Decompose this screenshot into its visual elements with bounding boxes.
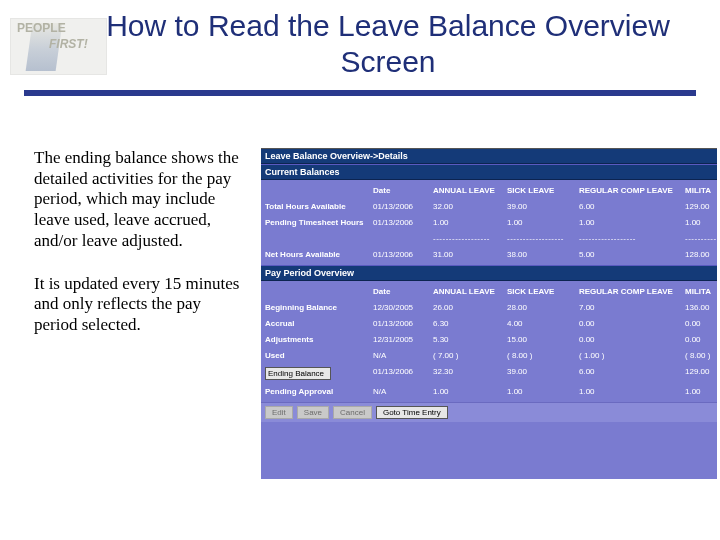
cell: 6.00 [579,202,685,211]
slide-title: How to Read the Leave Balance Overview S… [70,8,706,80]
pay-period-body: Date ANNUAL LEAVE SICK LEAVE REGULAR COM… [261,281,717,402]
cell: 1.00 [685,387,717,396]
row-ending-balance: Ending Balance [265,367,373,380]
cell: 1.00 [433,218,507,227]
slide: PEOPLE FIRST! How to Read the Leave Bala… [0,0,720,540]
col-annual: ANNUAL LEAVE [433,287,507,296]
cell: 7.00 [579,303,685,312]
section-current-balances: Current Balances [261,164,717,180]
cell: 12/30/2005 [373,303,433,312]
cell: N/A [373,351,433,360]
logo-text-people: PEOPLE [17,21,66,35]
row-total-hours: Total Hours Available [265,202,373,211]
cell: ------------------ [433,234,507,243]
cell: 0.00 [579,319,685,328]
cell: 01/13/2006 [373,367,433,380]
cell: 38.00 [507,250,579,259]
paragraph-1: The ending balance shows the detailed ac… [34,148,244,252]
row-beginning-balance: Beginning Balance [265,303,373,312]
col-milita: MILITA [685,186,717,195]
section-pay-period: Pay Period Overview [261,265,717,281]
col-milita: MILITA [685,287,717,296]
col-blank [265,287,373,296]
col-annual: ANNUAL LEAVE [433,186,507,195]
cell: 0.00 [685,319,717,328]
cell: 1.00 [579,387,685,396]
row-pending-timesheet: Pending Timesheet Hours [265,218,373,227]
cell: 0.00 [579,335,685,344]
row-pending-approval: Pending Approval [265,387,373,396]
cell: 5.00 [579,250,685,259]
cell: ------------------ [579,234,685,243]
cell: 6.30 [433,319,507,328]
cell [373,234,433,243]
col-date: Date [373,287,433,296]
cell: 1.00 [507,218,579,227]
cell: 26.00 [433,303,507,312]
save-button[interactable]: Save [297,406,329,419]
cell: ------------------ [685,234,717,243]
col-date: Date [373,186,433,195]
cell: 1.00 [685,218,717,227]
cell: 5.30 [433,335,507,344]
cell: 01/13/2006 [373,319,433,328]
row-adjustments: Adjustments [265,335,373,344]
cell: 129.00 [685,202,717,211]
cell: 1.00 [433,387,507,396]
cell: 32.30 [433,367,507,380]
cell: 6.00 [579,367,685,380]
window-title: Leave Balance Overview->Details [261,149,717,164]
button-bar: Edit Save Cancel Goto Time Entry [261,402,717,422]
current-balances-body: Date ANNUAL LEAVE SICK LEAVE REGULAR COM… [261,180,717,265]
cell: 4.00 [507,319,579,328]
cell: 0.00 [685,335,717,344]
cell: 01/13/2006 [373,202,433,211]
current-balances-table: Date ANNUAL LEAVE SICK LEAVE REGULAR COM… [265,186,717,259]
cell: 128.00 [685,250,717,259]
cell: ( 7.00 ) [433,351,507,360]
cell: 12/31/2005 [373,335,433,344]
cell: ( 8.00 ) [507,351,579,360]
edit-button[interactable]: Edit [265,406,293,419]
embedded-screenshot: Leave Balance Overview->Details Current … [261,148,717,479]
cell: 31.00 [433,250,507,259]
body-text: The ending balance shows the detailed ac… [34,148,244,358]
cell: 129.00 [685,367,717,380]
cell: 01/13/2006 [373,218,433,227]
cell: ( 1.00 ) [579,351,685,360]
col-regular-comp: REGULAR COMP LEAVE [579,287,685,296]
cell: N/A [373,387,433,396]
title-underline [24,90,696,96]
paragraph-2: It is updated every 15 minutes and only … [34,274,244,336]
cell: ( 8.00 ) [685,351,717,360]
cell: 39.00 [507,202,579,211]
cell: 1.00 [507,387,579,396]
cell: 01/13/2006 [373,250,433,259]
ending-balance-highlight: Ending Balance [265,367,331,380]
row-accrual: Accrual [265,319,373,328]
goto-time-entry-button[interactable]: Goto Time Entry [376,406,448,419]
cell: 28.00 [507,303,579,312]
cell: 39.00 [507,367,579,380]
row-net-hours: Net Hours Available [265,250,373,259]
col-regular-comp: REGULAR COMP LEAVE [579,186,685,195]
row-dashes [265,234,373,243]
pay-period-table: Date ANNUAL LEAVE SICK LEAVE REGULAR COM… [265,287,717,396]
cell: 136.00 [685,303,717,312]
cancel-button[interactable]: Cancel [333,406,372,419]
cell: 1.00 [579,218,685,227]
row-used: Used [265,351,373,360]
cell: 32.00 [433,202,507,211]
col-sick: SICK LEAVE [507,186,579,195]
col-blank [265,186,373,195]
col-sick: SICK LEAVE [507,287,579,296]
cell: ------------------ [507,234,579,243]
cell: 15.00 [507,335,579,344]
